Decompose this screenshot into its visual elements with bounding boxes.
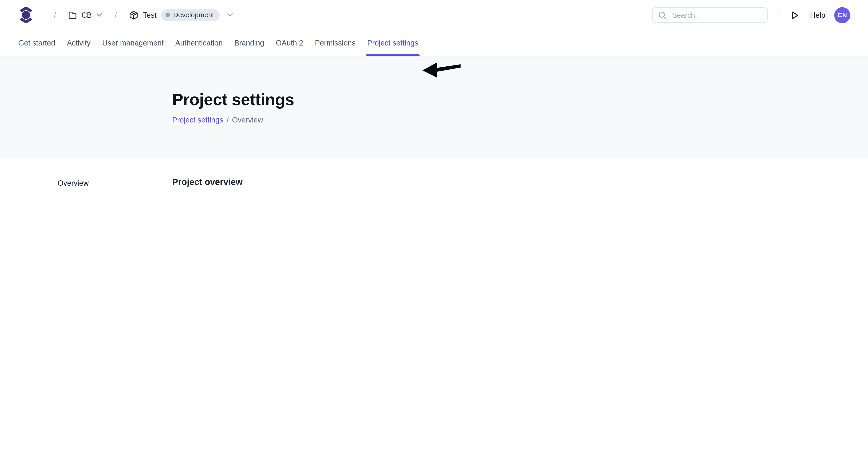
tab-get-started[interactable]: Get started xyxy=(18,30,56,56)
tab-user-management[interactable]: User management xyxy=(102,30,164,56)
breadcrumb-separator: / xyxy=(54,10,56,20)
tab-branding[interactable]: Branding xyxy=(234,30,265,56)
play-icon[interactable] xyxy=(790,10,800,20)
status-dot-icon xyxy=(165,12,170,17)
breadcrumb: Project settings / Overview xyxy=(172,116,868,124)
header-actions: Help CN xyxy=(652,7,850,23)
primary-nav: Get started Activity User management Aut… xyxy=(0,30,868,57)
page-title: Project settings xyxy=(172,90,868,109)
help-button[interactable]: Help xyxy=(810,11,825,19)
breadcrumb-separator: / xyxy=(115,10,117,20)
project-label: Test xyxy=(143,11,157,19)
app-logo[interactable] xyxy=(19,7,34,23)
environment-badge-label: Development xyxy=(173,11,214,19)
breadcrumb-separator: / xyxy=(227,116,229,124)
top-header: / CB / Te xyxy=(0,0,868,30)
package-icon xyxy=(129,10,138,20)
tab-project-settings[interactable]: Project settings xyxy=(367,30,419,56)
breadcrumb-link-project-settings[interactable]: Project settings xyxy=(172,116,223,124)
app-window: / CB / Te xyxy=(0,0,868,189)
sidebar-item-overview[interactable]: Overview xyxy=(58,179,172,187)
tab-oauth2[interactable]: OAuth 2 xyxy=(275,30,304,56)
chevron-down-icon xyxy=(96,12,102,17)
chevron-down-icon xyxy=(227,12,233,17)
environment-badge: Development xyxy=(161,9,219,21)
search-input[interactable] xyxy=(671,10,762,20)
search-box[interactable] xyxy=(652,7,768,23)
folder-icon xyxy=(68,11,77,19)
header-divider xyxy=(779,8,779,22)
org-label: CB xyxy=(82,11,92,19)
page-hero: Project settings Project settings / Over… xyxy=(0,57,868,158)
project-switcher[interactable]: Test Development xyxy=(129,9,233,21)
main-panel: Project overview Environment Development… xyxy=(172,178,673,189)
section-title: Project overview xyxy=(172,178,673,187)
breadcrumb-current: Overview xyxy=(232,116,263,124)
header-breadcrumb: / CB / Te xyxy=(19,7,233,23)
org-switcher[interactable]: CB xyxy=(68,11,102,19)
content-area: Overview API Keys Members Advanced Plans… xyxy=(0,158,868,189)
tab-permissions[interactable]: Permissions xyxy=(314,30,356,56)
settings-sidebar: Overview API Keys Members Advanced Plans… xyxy=(58,178,172,189)
tab-authentication[interactable]: Authentication xyxy=(175,30,223,56)
tab-activity[interactable]: Activity xyxy=(66,30,91,56)
search-icon xyxy=(658,11,666,19)
avatar[interactable]: CN xyxy=(834,7,850,23)
